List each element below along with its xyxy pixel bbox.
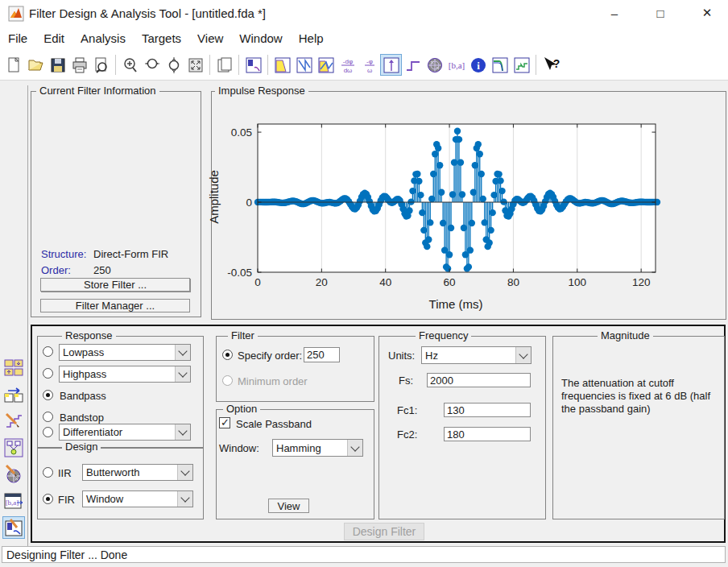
status-bar: Designing Filter ... Done xyxy=(2,546,726,563)
minimum-order-radio[interactable] xyxy=(222,375,233,386)
units-label: Units: xyxy=(388,350,415,362)
units-dropdown[interactable]: Hz xyxy=(421,346,532,364)
view-button[interactable]: View xyxy=(268,499,309,513)
fdatool-window: Filter Design & Analysis Tool - [untitle… xyxy=(0,0,728,567)
magnitude-response-estimate-icon[interactable] xyxy=(489,54,511,76)
svg-text:0.05: 0.05 xyxy=(231,126,252,139)
zoom-x-icon[interactable] xyxy=(141,54,163,76)
group-delay-icon[interactable]: -dφdω xyxy=(337,54,358,76)
print-icon[interactable] xyxy=(68,54,90,76)
iir-method-dropdown[interactable]: Butterworth xyxy=(82,464,193,481)
new-icon[interactable] xyxy=(3,54,25,76)
chevron-down-icon[interactable] xyxy=(177,491,192,507)
info-row-value: Direct-Form FIR xyxy=(93,248,168,260)
svg-text:100: 100 xyxy=(569,276,587,288)
group-legend: Magnitude xyxy=(598,329,653,341)
x-axis-label: Time (ms) xyxy=(407,297,504,311)
chevron-down-icon[interactable] xyxy=(175,366,190,382)
group-legend: Frequency xyxy=(416,329,471,341)
filter-specifications-icon[interactable] xyxy=(242,54,264,76)
specify-order-radio[interactable] xyxy=(222,350,233,360)
chevron-down-icon[interactable] xyxy=(177,465,192,480)
filter-information-icon[interactable]: i xyxy=(467,54,489,76)
svg-text:-0.05: -0.05 xyxy=(227,267,252,279)
chevron-down-icon[interactable] xyxy=(347,440,362,456)
minimize-button[interactable]: – xyxy=(601,0,628,26)
design-filter-sidebar-button[interactable] xyxy=(2,516,25,539)
impulse-response-icon[interactable] xyxy=(380,54,402,76)
import-filter-button[interactable]: [b,a] xyxy=(2,490,25,512)
scale-passband-checkbox[interactable] xyxy=(219,417,230,428)
chevron-down-icon[interactable] xyxy=(175,424,190,440)
iir-label: IIR xyxy=(58,467,72,479)
menu-edit[interactable]: Edit xyxy=(35,27,72,50)
zoom-y-icon[interactable] xyxy=(163,54,184,76)
chevron-down-icon[interactable] xyxy=(515,347,531,363)
menu-file[interactable]: File xyxy=(0,27,35,50)
magnitude-note: The attenuation at cutoff frequencies is… xyxy=(561,377,713,416)
highpass-dropdown[interactable]: Highpass xyxy=(59,366,191,383)
magnitude-response-icon[interactable] xyxy=(271,54,293,76)
menu-view[interactable]: View xyxy=(189,27,231,50)
group-legend: Filter xyxy=(228,329,258,341)
chevron-down-icon[interactable] xyxy=(175,345,190,360)
store-filter-button[interactable]: Store Filter ... xyxy=(40,278,190,292)
menu-targets[interactable]: Targets xyxy=(134,27,189,50)
context-help-icon[interactable]: ? xyxy=(540,54,561,76)
lowpass-dropdown[interactable]: Lowpass xyxy=(59,344,191,361)
pole-zero-editor-button[interactable] xyxy=(2,463,25,486)
fir-method-dropdown[interactable]: Window xyxy=(82,490,193,507)
create-multirate-filter-button[interactable] xyxy=(2,357,25,379)
group-legend: Option xyxy=(223,403,260,415)
iir-radio[interactable] xyxy=(43,467,53,478)
set-quantization-parameters-button[interactable] xyxy=(2,410,25,432)
transform-filter-button[interactable] xyxy=(2,383,25,406)
round-off-noise-power-spectrum-icon[interactable] xyxy=(511,54,532,76)
panel-legend: Impulse Response xyxy=(215,85,308,97)
bandpass-radio[interactable] xyxy=(43,390,53,400)
step-response-icon[interactable] xyxy=(402,54,424,76)
differentiator-radio[interactable] xyxy=(43,427,53,437)
filter-coefficients-icon[interactable]: [b,a] xyxy=(445,54,467,76)
maximize-button[interactable]: □ xyxy=(647,0,674,26)
phase-response-icon[interactable] xyxy=(293,54,315,76)
specify-order-input[interactable]: 250 xyxy=(304,347,340,362)
pole-zero-plot-icon[interactable] xyxy=(424,54,445,76)
save-icon[interactable] xyxy=(47,54,68,76)
fir-radio[interactable] xyxy=(43,494,53,504)
svg-text:[b,a]: [b,a] xyxy=(6,499,19,507)
print-to-figure-icon[interactable] xyxy=(213,54,235,76)
svg-text:-φ: -φ xyxy=(366,58,373,65)
fir-label: FIR xyxy=(58,494,75,506)
close-button[interactable]: ✕ xyxy=(693,0,721,26)
svg-text:20: 20 xyxy=(316,276,328,288)
design-filter-button[interactable]: Design Filter xyxy=(344,523,424,540)
magnitude-and-phase-icon[interactable] xyxy=(315,54,337,76)
print-preview-icon[interactable] xyxy=(90,54,112,76)
fc2-input[interactable]: 180 xyxy=(444,427,531,441)
window-dropdown[interactable]: Hamming xyxy=(272,439,363,457)
bandstop-radio[interactable] xyxy=(43,412,53,422)
svg-text:?: ? xyxy=(552,57,560,70)
menu-help[interactable]: Help xyxy=(291,27,332,50)
menu-analysis[interactable]: Analysis xyxy=(72,27,134,50)
highpass-radio[interactable] xyxy=(43,368,53,379)
design-group: Design xyxy=(37,447,204,519)
svg-text:40: 40 xyxy=(379,276,391,288)
fs-input[interactable]: 2000 xyxy=(427,373,531,387)
app-logo-icon xyxy=(8,6,24,22)
full-view-icon[interactable] xyxy=(184,54,206,76)
menu-window[interactable]: Window xyxy=(231,27,290,50)
realize-model-button[interactable] xyxy=(2,437,25,459)
differentiator-dropdown[interactable]: Differentiator xyxy=(59,424,191,441)
filter-manager-button[interactable]: Filter Manager ... xyxy=(40,299,190,312)
phase-delay-icon[interactable]: -φω xyxy=(358,54,380,76)
toolbar-separator xyxy=(209,55,210,75)
svg-text:80: 80 xyxy=(507,276,519,288)
bandstop-label: Bandstop xyxy=(60,412,104,424)
title-bar: Filter Design & Analysis Tool - [untitle… xyxy=(0,0,728,27)
open-icon[interactable] xyxy=(25,54,47,76)
fc1-input[interactable]: 130 xyxy=(444,403,531,417)
zoom-in-icon[interactable] xyxy=(119,54,141,76)
lowpass-radio[interactable] xyxy=(43,346,53,357)
